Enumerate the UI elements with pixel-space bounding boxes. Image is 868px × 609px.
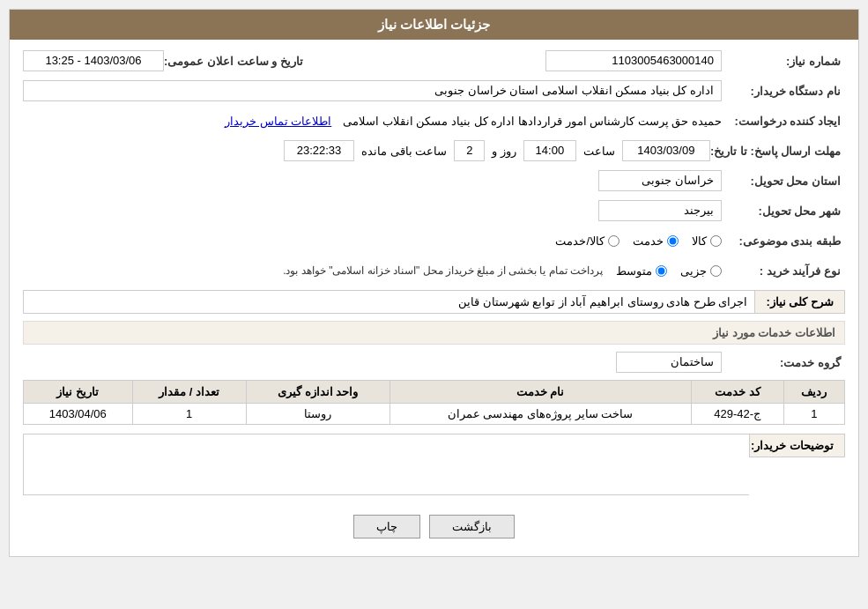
row-tabaqeBandi: طبقه بندی موضوعی: کالا خدمت کالا/خدمت — [23, 228, 845, 253]
radio-kala-khedmat-label: کالا/خدمت — [555, 234, 605, 248]
radio-jozi[interactable] — [710, 265, 722, 277]
link-ijtilaat[interactable]: اطلاعات تماس خریدار — [225, 115, 331, 128]
table-header-row: ردیف کد خدمت نام خدمت واحد اندازه گیری ت… — [24, 381, 845, 404]
label-ostanTahvil: استان محل تحویل: — [722, 175, 845, 188]
value-rooz: 2 — [454, 140, 485, 161]
row-ijadKonande: ایجاد کننده درخواست: حمیده حق پرست کارشن… — [23, 108, 845, 133]
value-namDastgah: اداره کل بنیاد مسکن انقلاب اسلامی استان … — [23, 80, 722, 101]
section-khadamat: اطلاعات خدمات مورد نیاز — [23, 321, 845, 345]
radio-item-kala-khedmat: کالا/خدمت — [555, 234, 619, 248]
label-ijadKonande: ایجاد کننده درخواست: — [722, 115, 845, 128]
page-title: جزئیات اطلاعات نیاز — [378, 17, 490, 32]
label-namDastgah: نام دستگاه خریدار: — [722, 85, 845, 98]
value-saat: 14:00 — [523, 140, 576, 161]
radio-jozi-label: جزیی — [680, 264, 707, 278]
radio-item-motevasset: متوسط — [616, 264, 667, 278]
table-row: 1ج-42-429ساخت سایر پروژه‌های مهندسی عمرا… — [24, 404, 845, 425]
row-mohlatErsal: مهلت ارسال پاسخ: تا تاریخ: 1403/03/09 سا… — [23, 138, 845, 163]
row-ostanTahvil: استان محل تحویل: خراسان جنوبی — [23, 168, 845, 193]
label-sharhKoli: شرح کلی نیاز: — [754, 290, 845, 314]
value-ostanTahvil: خراسان جنوبی — [598, 170, 722, 191]
th-vahed: واحد اندازه گیری — [246, 381, 389, 404]
radio-item-kala: کالا — [692, 234, 722, 248]
row-shahrTahvil: شهر محل تحویل: بیرجند — [23, 198, 845, 223]
value-noeFarayand-note: پرداخت تمام یا بخشی از مبلغ خریداز محل "… — [283, 264, 603, 277]
value-baghimande: 23:22:33 — [284, 140, 354, 161]
page-header: جزئیات اطلاعات نیاز — [10, 10, 858, 40]
radiogroup-noeFarayand: جزیی متوسط — [616, 264, 722, 278]
label-shomareNiaz: شماره نیاز: — [722, 55, 845, 68]
th-kodKhadamat: کد خدمت — [691, 381, 783, 404]
value-shomareNiaz: 1103005463000140 — [545, 50, 722, 71]
btn-back[interactable]: بازگشت — [429, 515, 515, 538]
row-sharhKoli: شرح کلی نیاز: اجرای طرح هادی روستای ابرا… — [23, 290, 845, 314]
btn-row: بازگشت چاپ — [23, 504, 845, 547]
toseifat-input[interactable] — [23, 434, 749, 495]
content-area: شماره نیاز: 1103005463000140 تاریخ و ساع… — [10, 40, 858, 556]
value-sharhKoli: اجرای طرح هادی روستای ابراهیم آباد از تو… — [23, 290, 754, 314]
value-shahrTahvil: بیرجند — [598, 200, 722, 221]
page-wrapper: جزئیات اطلاعات نیاز شماره نیاز: 11030054… — [0, 0, 868, 609]
td-kodKhadamat: ج-42-429 — [691, 404, 783, 425]
th-tarikh: تاریخ نیاز — [24, 381, 133, 404]
td-radif: 1 — [783, 404, 844, 425]
label-toseifat: توضیحات خریدار: — [749, 434, 845, 457]
th-tedad: تعداد / مقدار — [132, 381, 246, 404]
radio-kala[interactable] — [710, 235, 722, 247]
radio-item-khedmat: خدمت — [633, 234, 679, 248]
btn-print[interactable]: چاپ — [353, 515, 420, 538]
td-vahed: روستا — [246, 404, 389, 425]
row-geroheKhadamat: گروه خدمت: ساختمان — [23, 350, 845, 375]
row-shomareNiaz: شماره نیاز: 1103005463000140 تاریخ و ساع… — [23, 48, 845, 73]
td-tarikh: 1403/04/06 — [24, 404, 133, 425]
label-rooz: روز و — [492, 145, 516, 158]
label-saat: ساعت — [583, 145, 615, 158]
radio-motevasset[interactable] — [656, 265, 667, 277]
main-container: جزئیات اطلاعات نیاز شماره نیاز: 11030054… — [9, 9, 859, 557]
td-namKhadamat: ساخت سایر پروژه‌های مهندسی عمران — [389, 404, 691, 425]
radio-khedmat-label: خدمت — [633, 234, 664, 248]
label-geroheKhadamat: گروه خدمت: — [722, 356, 845, 369]
radio-kala-khedmat[interactable] — [608, 235, 619, 247]
label-mohlatErsal: مهلت ارسال پاسخ: تا تاریخ: — [710, 145, 845, 158]
radio-kala-label: کالا — [692, 234, 707, 248]
services-table: ردیف کد خدمت نام خدمت واحد اندازه گیری ت… — [23, 380, 845, 425]
row-namDastgah: نام دستگاه خریدار: اداره کل بنیاد مسکن ا… — [23, 78, 845, 103]
td-tedad: 1 — [132, 404, 246, 425]
th-namKhadamat: نام خدمت — [389, 381, 691, 404]
row-noeFarayand: نوع فرآیند خرید : جزیی متوسط پرداخت تمام… — [23, 258, 845, 283]
value-geroheKhadamat: ساختمان — [616, 352, 722, 373]
label-noeFarayand: نوع فرآیند خرید : — [722, 264, 845, 278]
value-tarikhElan: 1403/03/06 - 13:25 — [23, 50, 164, 71]
label-shahrTahvil: شهر محل تحویل: — [722, 204, 845, 218]
radio-khedmat[interactable] — [667, 235, 679, 247]
radio-motevasset-label: متوسط — [616, 264, 652, 278]
radio-item-jozi: جزیی — [680, 264, 722, 278]
value-tarikhPasokh: 1403/03/09 — [622, 140, 710, 161]
radiogroup-tabaqeBandi: کالا خدمت کالا/خدمت — [555, 234, 722, 248]
row-toseifat: توضیحات خریدار: — [23, 434, 845, 495]
th-radif: ردیف — [783, 381, 844, 404]
value-ijadKonande: حمیده حق پرست کارشناس امور قراردادها ادا… — [343, 115, 722, 128]
label-tabaqeBandi: طبقه بندی موضوعی: — [722, 234, 845, 248]
label-tarikhElan: تاریخ و ساعت اعلان عمومی: — [164, 55, 308, 68]
label-baghimande: ساعت باقی مانده — [361, 145, 447, 158]
